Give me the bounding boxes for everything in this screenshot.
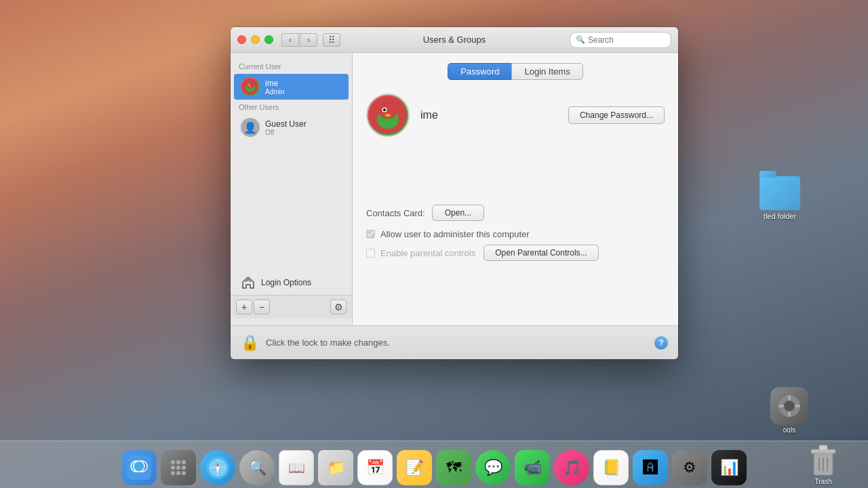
parental-controls-row: Enable parental controls Open Parental C… — [366, 245, 665, 261]
guest-name: Guest User — [265, 119, 307, 129]
remove-user-button[interactable]: − — [254, 300, 270, 314]
dock-item-addressbook[interactable]: 📒 — [593, 450, 629, 485]
dock-item-finder[interactable] — [121, 450, 157, 485]
home-icon — [241, 275, 256, 290]
svg-point-26 — [182, 466, 186, 470]
grid-icon: ⠿ — [328, 35, 335, 45]
widget-label: ools — [783, 426, 795, 434]
dock-item-calendar[interactable]: 📅 — [357, 450, 393, 485]
trash-button[interactable] — [806, 443, 841, 478]
ime-avatar — [241, 77, 260, 96]
folder-label: tled folder — [764, 212, 796, 220]
users-groups-window: ‹ › ⠿ Users & Groups 🔍 Current User — [231, 27, 678, 359]
svg-point-15 — [383, 108, 386, 111]
allow-admin-checkbox[interactable] — [366, 230, 375, 239]
user-name-display: ime — [420, 109, 438, 121]
dock-item-spotlight[interactable]: 🔍 — [239, 450, 275, 485]
maps-icon: 🗺 — [446, 459, 461, 476]
user-avatar-large — [366, 94, 410, 137]
lock-icon[interactable]: 🔒 — [241, 334, 259, 352]
ime-role: Admin — [265, 88, 284, 96]
svg-point-16 — [385, 114, 391, 117]
svg-point-20 — [134, 461, 144, 472]
ime-info: ime Admin — [265, 79, 284, 96]
sysprefs-icon: ⚙ — [683, 459, 696, 476]
svg-point-13 — [379, 102, 397, 120]
dock-item-sysprefs[interactable]: ⚙ — [672, 450, 707, 485]
open-contacts-button[interactable]: Open... — [432, 205, 484, 221]
back-button[interactable]: ‹ — [281, 33, 299, 47]
minimize-button[interactable] — [251, 35, 260, 44]
user-header: ime Change Password... — [366, 94, 665, 137]
close-button[interactable] — [237, 35, 246, 44]
search-input[interactable] — [588, 35, 665, 45]
desktop-folder[interactable]: tled folder — [760, 176, 800, 220]
parental-controls-checkbox[interactable] — [366, 249, 375, 258]
svg-rect-5 — [795, 405, 800, 407]
addressbook-icon: 📒 — [602, 459, 620, 476]
search-icon: 🔍 — [576, 35, 585, 44]
svg-point-28 — [176, 471, 180, 475]
login-options-item[interactable]: Login Options — [234, 271, 349, 294]
appstore-icon: 🅰 — [643, 459, 658, 476]
dock-item-messages[interactable]: 💬 — [475, 450, 511, 485]
sidebar: Current User ime A — [231, 53, 353, 325]
forward-button[interactable]: › — [300, 33, 317, 47]
nav-buttons: ‹ › — [281, 33, 317, 47]
sidebar-spacer — [231, 141, 352, 270]
dock-item-appstore[interactable]: 🅰 — [633, 450, 668, 485]
dock-item-facetime[interactable]: 📹 — [515, 450, 550, 485]
svg-point-29 — [182, 471, 186, 475]
help-button[interactable]: ? — [654, 336, 668, 350]
tab-login-items[interactable]: Login Items — [511, 63, 583, 80]
change-password-button[interactable]: Change Password... — [568, 106, 665, 124]
window-title: Users & Groups — [423, 35, 486, 45]
folder-icon — [760, 176, 800, 210]
dock-item-activity[interactable]: 📊 — [711, 450, 747, 485]
dock-item-notes[interactable]: 📝 — [397, 450, 432, 485]
notes-icon: 📝 — [406, 459, 424, 476]
search-bar[interactable]: 🔍 — [570, 32, 671, 48]
svg-point-8 — [247, 82, 254, 89]
guest-info: Guest User Off — [265, 119, 307, 136]
ime-name: ime — [265, 79, 284, 88]
contacts-row: Contacts Card: Open... — [366, 205, 665, 221]
trash-area: Trash — [806, 443, 841, 485]
window-body: Current User ime A — [231, 53, 678, 325]
grid-button[interactable]: ⠿ — [323, 33, 340, 47]
dock-item-safari[interactable] — [200, 450, 235, 485]
svg-point-24 — [171, 466, 175, 470]
gear-button[interactable]: ⚙ — [330, 300, 347, 314]
main-content: Password Login Items — [353, 53, 678, 325]
parental-controls-label: Enable parental controls — [380, 248, 475, 258]
lock-text: Click the lock to make changes. — [266, 338, 654, 348]
svg-point-25 — [176, 466, 180, 470]
guest-status: Off — [265, 129, 307, 136]
guest-avatar-icon: 👤 — [243, 121, 257, 134]
svg-point-22 — [176, 460, 180, 464]
tab-password[interactable]: Password — [448, 63, 512, 80]
widget-icon — [770, 387, 808, 425]
dock-item-dictionary[interactable]: 📖 — [279, 450, 314, 485]
svg-rect-3 — [788, 411, 791, 417]
maximize-button[interactable] — [264, 35, 273, 44]
dock-item-maps[interactable]: 🗺 — [436, 450, 471, 485]
sidebar-item-ime[interactable]: ime Admin — [234, 74, 349, 100]
svg-point-27 — [171, 471, 175, 475]
open-parental-button[interactable]: Open Parental Controls... — [484, 245, 598, 261]
dock-item-folder1[interactable]: 📁 — [318, 450, 353, 485]
desktop-widget[interactable]: ools — [770, 387, 808, 434]
folder1-icon: 📁 — [327, 459, 345, 476]
login-options-label: Login Options — [261, 278, 311, 287]
back-icon: ‹ — [289, 35, 292, 45]
dock-item-itunes[interactable]: 🎵 — [554, 450, 589, 485]
svg-point-23 — [182, 460, 186, 464]
sidebar-item-guest[interactable]: 👤 Guest User Off — [234, 115, 349, 140]
itunes-icon: 🎵 — [563, 459, 581, 476]
dock-item-launchpad[interactable] — [161, 450, 196, 485]
svg-point-10 — [248, 84, 250, 85]
content-spacer — [366, 150, 665, 205]
svg-point-21 — [171, 460, 175, 464]
spotlight-icon: 🔍 — [248, 459, 267, 476]
add-user-button[interactable]: + — [236, 300, 252, 314]
